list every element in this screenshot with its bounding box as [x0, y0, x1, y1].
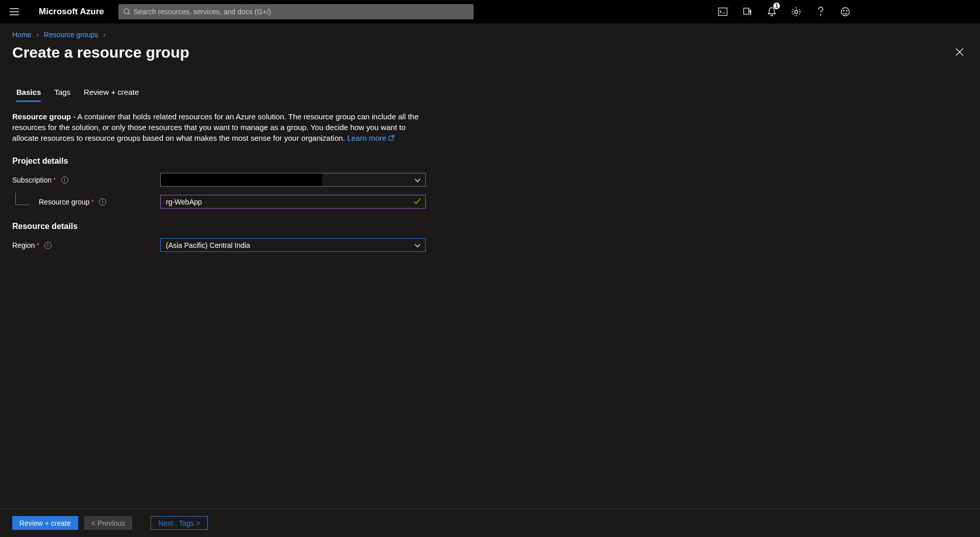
content: Resource group - A container that holds …: [0, 102, 980, 508]
breadcrumb-resource-groups[interactable]: Resource groups: [44, 31, 99, 39]
tab-basics[interactable]: Basics: [16, 88, 41, 102]
breadcrumb-home[interactable]: Home: [12, 31, 31, 39]
svg-point-6: [843, 10, 844, 11]
region-label: Region * i: [12, 241, 160, 249]
search-icon: [124, 8, 131, 15]
close-icon[interactable]: [951, 44, 968, 60]
tab-review[interactable]: Review + create: [84, 88, 139, 102]
breadcrumb: Home › Resource groups ›: [0, 23, 980, 41]
description: Resource group - A container that holds …: [12, 111, 421, 143]
notification-badge: 1: [773, 3, 780, 9]
tabs: Basics Tags Review + create: [0, 61, 980, 102]
resource-group-input[interactable]: rg-WebApp: [160, 195, 426, 209]
region-select[interactable]: (Asia Pacific) Central India: [160, 238, 426, 252]
svg-point-7: [846, 10, 847, 11]
breadcrumb-sep: ›: [36, 31, 39, 39]
resource-group-label-text: Resource group: [39, 198, 90, 206]
page-header: Create a resource group: [0, 41, 980, 61]
required-indicator: *: [36, 241, 39, 249]
region-select-box[interactable]: (Asia Pacific) Central India: [160, 238, 426, 252]
field-subscription: Subscription * i: [12, 173, 968, 187]
subscription-select[interactable]: [160, 173, 426, 187]
info-icon[interactable]: i: [99, 198, 106, 206]
top-bar: Microsoft Azure 1: [0, 0, 980, 23]
field-region: Region * i (Asia Pacific) Central India: [12, 238, 968, 252]
svg-point-3: [795, 10, 798, 13]
tab-tags[interactable]: Tags: [54, 88, 70, 102]
help-icon[interactable]: [810, 1, 832, 23]
directory-switch-icon[interactable]: [736, 1, 758, 23]
svg-rect-1: [719, 8, 727, 16]
menu-icon[interactable]: [4, 2, 24, 22]
search-input[interactable]: [133, 8, 468, 16]
subscription-label: Subscription * i: [12, 176, 160, 184]
external-link-icon: [388, 133, 395, 143]
subscription-label-text: Subscription: [12, 176, 52, 184]
check-icon: [413, 197, 421, 207]
page-title: Create a resource group: [12, 44, 189, 61]
field-resource-group: Resource group * i rg-WebApp: [12, 195, 968, 209]
description-bold: Resource group: [12, 112, 71, 121]
footer: Review + create < Previous Next : Tags >: [0, 508, 980, 537]
svg-rect-2: [744, 8, 749, 14]
next-button[interactable]: Next : Tags >: [151, 516, 208, 530]
cloud-shell-icon[interactable]: [712, 1, 734, 23]
svg-point-0: [124, 9, 129, 14]
tree-branch-icon: [15, 193, 30, 205]
required-indicator: *: [53, 176, 56, 184]
feedback-icon[interactable]: [834, 1, 856, 23]
search-box[interactable]: [118, 4, 474, 19]
info-icon[interactable]: i: [61, 176, 68, 184]
page-area: Home › Resource groups › Create a resour…: [0, 23, 980, 537]
review-create-button[interactable]: Review + create: [12, 516, 78, 530]
region-label-text: Region: [12, 241, 35, 249]
brand-label[interactable]: Microsoft Azure: [39, 7, 104, 17]
required-indicator: *: [91, 198, 94, 206]
resource-group-value[interactable]: rg-WebApp: [160, 195, 426, 209]
resource-group-label: Resource group * i: [12, 198, 160, 206]
settings-icon[interactable]: [785, 1, 807, 23]
previous-button: < Previous: [84, 516, 133, 530]
top-icons: 1: [712, 0, 976, 24]
svg-point-5: [841, 8, 849, 16]
subscription-redacted: [161, 173, 322, 186]
section-project-details: Project details: [12, 157, 968, 166]
section-resource-details: Resource details: [12, 222, 968, 231]
breadcrumb-sep: ›: [103, 31, 106, 39]
account-area[interactable]: [859, 0, 976, 24]
notifications-icon[interactable]: 1: [761, 1, 783, 23]
learn-more-link[interactable]: Learn more: [347, 134, 386, 142]
info-icon[interactable]: i: [44, 242, 52, 249]
svg-point-4: [820, 14, 821, 15]
